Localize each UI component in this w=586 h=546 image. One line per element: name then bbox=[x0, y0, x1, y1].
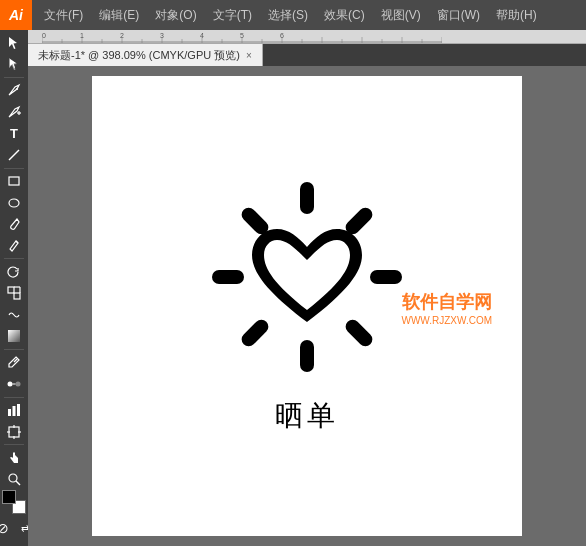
svg-line-9 bbox=[16, 241, 18, 243]
none-color[interactable]: ⊘ bbox=[0, 517, 14, 539]
select-tool[interactable] bbox=[3, 33, 25, 52]
svg-point-17 bbox=[16, 381, 21, 386]
svg-rect-61 bbox=[370, 270, 402, 284]
svg-rect-7 bbox=[9, 177, 19, 185]
direct-select-tool[interactable] bbox=[3, 54, 25, 73]
sun-heart-icon bbox=[207, 177, 407, 377]
svg-text:6: 6 bbox=[280, 32, 284, 39]
content-area: // Can't run script here, just draw some… bbox=[28, 30, 586, 546]
svg-rect-60 bbox=[212, 270, 244, 284]
svg-text:4: 4 bbox=[200, 32, 204, 39]
warp-tool[interactable] bbox=[3, 305, 25, 324]
scale-tool[interactable] bbox=[3, 283, 25, 302]
type-tool[interactable]: T bbox=[3, 124, 25, 143]
gradient-tool[interactable] bbox=[3, 326, 25, 345]
bar-chart-tool[interactable] bbox=[3, 400, 25, 419]
eyedropper-tool[interactable] bbox=[3, 353, 25, 372]
document-tab[interactable]: 未标题-1* @ 398.09% (CMYK/GPU 预览) × bbox=[28, 44, 263, 66]
svg-text:3: 3 bbox=[160, 32, 164, 39]
main-area: T bbox=[0, 30, 586, 546]
svg-line-28 bbox=[16, 481, 20, 485]
menu-view[interactable]: 视图(V) bbox=[373, 0, 429, 30]
menu-edit[interactable]: 编辑(E) bbox=[91, 0, 147, 30]
foreground-color-swatch[interactable] bbox=[2, 490, 16, 504]
watermark: 软件自学网 WWW.RJZXW.COM bbox=[401, 291, 492, 327]
svg-rect-58 bbox=[300, 182, 314, 214]
svg-line-15 bbox=[14, 359, 17, 362]
tab-bar: 未标题-1* @ 398.09% (CMYK/GPU 预览) × bbox=[28, 44, 586, 66]
add-anchor-tool[interactable] bbox=[3, 102, 25, 121]
menu-bar: 文件(F) 编辑(E) 对象(O) 文字(T) 选择(S) 效果(C) 视图(V… bbox=[32, 0, 586, 30]
svg-point-16 bbox=[8, 381, 13, 386]
svg-point-8 bbox=[9, 199, 19, 207]
svg-rect-14 bbox=[8, 330, 20, 342]
ellipse-tool[interactable] bbox=[3, 193, 25, 212]
svg-rect-22 bbox=[9, 427, 19, 437]
svg-text:5: 5 bbox=[240, 32, 244, 39]
artboard-tool[interactable] bbox=[3, 422, 25, 441]
pen-tool[interactable] bbox=[3, 81, 25, 100]
pencil-tool[interactable] bbox=[3, 236, 25, 255]
zoom-tool[interactable] bbox=[3, 470, 25, 489]
line-tool[interactable] bbox=[3, 145, 25, 164]
svg-text:2: 2 bbox=[120, 32, 124, 39]
menu-help[interactable]: 帮助(H) bbox=[488, 0, 545, 30]
ai-logo-icon: Ai bbox=[0, 0, 32, 30]
rect-tool[interactable] bbox=[3, 171, 25, 190]
svg-rect-59 bbox=[300, 340, 314, 372]
svg-point-3 bbox=[16, 88, 18, 90]
horizontal-ruler: // Can't run script here, just draw some… bbox=[28, 30, 586, 44]
menu-effect[interactable]: 效果(C) bbox=[316, 0, 373, 30]
toolbar: T bbox=[0, 30, 28, 546]
svg-point-27 bbox=[9, 474, 17, 482]
svg-text:0: 0 bbox=[42, 32, 46, 39]
svg-marker-0 bbox=[9, 37, 17, 49]
svg-rect-21 bbox=[17, 404, 20, 416]
svg-rect-20 bbox=[13, 406, 16, 416]
tab-close-button[interactable]: × bbox=[246, 50, 252, 61]
menu-window[interactable]: 窗口(W) bbox=[429, 0, 488, 30]
menu-text[interactable]: 文字(T) bbox=[205, 0, 260, 30]
canvas-area[interactable]: 晒单 软件自学网 WWW.RJZXW.COM bbox=[28, 66, 586, 546]
menu-select[interactable]: 选择(S) bbox=[260, 0, 316, 30]
tab-label: 未标题-1* @ 398.09% (CMYK/GPU 预览) bbox=[38, 48, 240, 63]
swap-colors[interactable]: ⇄ bbox=[14, 517, 28, 539]
blend-tool[interactable] bbox=[3, 374, 25, 393]
color-swatches[interactable] bbox=[2, 490, 26, 514]
titlebar: Ai 文件(F) 编辑(E) 对象(O) 文字(T) 选择(S) 效果(C) 视… bbox=[0, 0, 586, 30]
svg-line-6 bbox=[9, 150, 19, 160]
hand-tool[interactable] bbox=[3, 448, 25, 467]
menu-file[interactable]: 文件(F) bbox=[36, 0, 91, 30]
svg-rect-11 bbox=[14, 293, 20, 299]
menu-object[interactable]: 对象(O) bbox=[147, 0, 204, 30]
canvas: 晒单 软件自学网 WWW.RJZXW.COM bbox=[92, 76, 522, 536]
svg-rect-10 bbox=[8, 287, 14, 293]
svg-rect-64 bbox=[343, 317, 376, 350]
svg-text:1: 1 bbox=[80, 32, 84, 39]
color-area: ⊘ ⇄ bbox=[0, 490, 28, 544]
svg-rect-19 bbox=[8, 409, 11, 416]
svg-rect-65 bbox=[239, 317, 272, 350]
brush-tool[interactable] bbox=[3, 214, 25, 233]
rotate-tool[interactable] bbox=[3, 262, 25, 281]
artwork-caption: 晒单 bbox=[275, 397, 339, 435]
